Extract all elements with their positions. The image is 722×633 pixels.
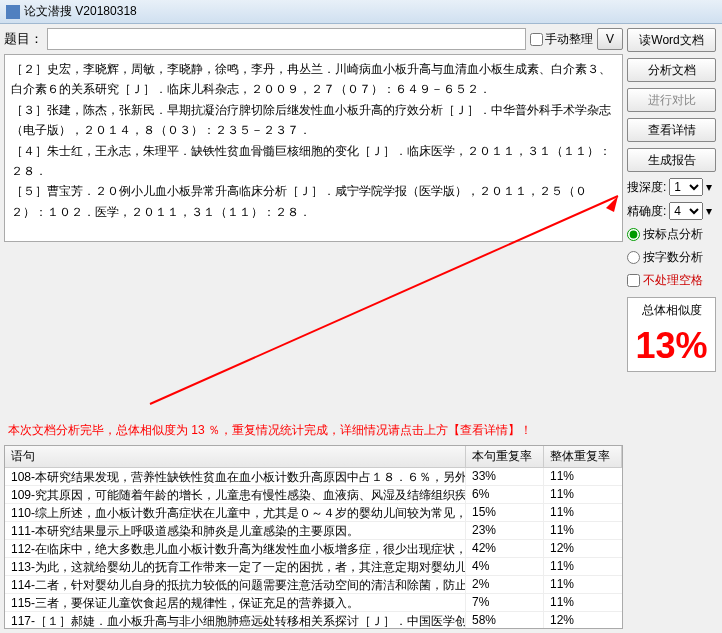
cell-overall-rate: 11% bbox=[544, 486, 622, 503]
cell-sentence: 110-综上所述，血小板计数升高症状在儿童中，尤其是０～４岁的婴幼儿间较为常见，… bbox=[5, 504, 466, 521]
ref-line: ［５］曹宝芳．２０例小儿血小板异常升高临床分析［Ｊ］．咸宁学院学报（医学版），２… bbox=[11, 181, 616, 222]
cell-overall-rate: 12% bbox=[544, 612, 622, 629]
cell-sentence-rate: 42% bbox=[466, 540, 544, 557]
table-row[interactable]: 113-为此，这就给婴幼儿的抚育工作带来一定了一定的困扰，者，其注意定期对婴幼儿… bbox=[5, 558, 622, 576]
table-row[interactable]: 109-究其原因，可能随着年龄的增长，儿童患有慢性感染、血液病、风湿及结缔组织疾… bbox=[5, 486, 622, 504]
similarity-title: 总体相似度 bbox=[632, 302, 711, 319]
cell-sentence-rate: 15% bbox=[466, 504, 544, 521]
cell-sentence: 108-本研究结果发现，营养性缺铁性贫血在血小板计数升高原因中占１８．６％，另外… bbox=[5, 468, 466, 485]
title-input[interactable] bbox=[47, 28, 526, 50]
cell-sentence-rate: 23% bbox=[466, 522, 544, 539]
ref-line: ［３］张建，陈杰，张新民．早期抗凝治疗脾切除后继发性血小板升高的疗效分析［Ｊ］．… bbox=[11, 100, 616, 141]
cell-sentence: 114-二者，针对婴幼儿自身的抵抗力较低的问题需要注意活动空间的清洁和除菌，防止… bbox=[5, 576, 466, 593]
cell-overall-rate: 12% bbox=[544, 540, 622, 557]
manual-checkbox[interactable]: 手动整理 bbox=[530, 31, 593, 48]
radio-words[interactable]: 按字数分析 bbox=[627, 249, 716, 266]
cell-overall-rate: 11% bbox=[544, 504, 622, 521]
depth-label: 搜深度: bbox=[627, 179, 666, 196]
ref-line: ［２］史宏，李晓辉，周敏，李晓静，徐鸣，李丹，冉丛兰．川崎病血小板升高与血清血小… bbox=[11, 59, 616, 100]
cell-sentence-rate: 7% bbox=[466, 594, 544, 611]
cell-overall-rate: 11% bbox=[544, 522, 622, 539]
status-message: 本次文档分析完毕，总体相似度为 13 ％，重复情况统计完成，详细情况请点击上方【… bbox=[4, 420, 623, 441]
similarity-box: 总体相似度 13% bbox=[627, 297, 716, 372]
dropdown-icon: ▾ bbox=[706, 204, 712, 218]
cell-overall-rate: 11% bbox=[544, 576, 622, 593]
cell-sentence-rate: 6% bbox=[466, 486, 544, 503]
chk-space[interactable]: 不处理空格 bbox=[627, 272, 716, 289]
cell-sentence: 109-究其原因，可能随着年龄的增长，儿童患有慢性感染、血液病、风湿及结缔组织疾… bbox=[5, 486, 466, 503]
report-button[interactable]: 生成报告 bbox=[627, 148, 716, 172]
references-box: ［２］史宏，李晓辉，周敏，李晓静，徐鸣，李丹，冉丛兰．川崎病血小板升高与血清血小… bbox=[4, 54, 623, 242]
radio-punct[interactable]: 按标点分析 bbox=[627, 226, 716, 243]
analyze-button[interactable]: 分析文档 bbox=[627, 58, 716, 82]
depth-select[interactable]: 1 bbox=[669, 178, 703, 196]
table-row[interactable]: 111-本研究结果显示上呼吸道感染和肺炎是儿童感染的主要原因。23%11% bbox=[5, 522, 622, 540]
read-word-button[interactable]: 读Word文档 bbox=[627, 28, 716, 52]
compare-button: 进行对比 bbox=[627, 88, 716, 112]
table-row[interactable]: 115-三者，要保证儿童饮食起居的规律性，保证充足的营养摄入。7%11% bbox=[5, 594, 622, 612]
table-row[interactable]: 114-二者，针对婴幼儿自身的抵抗力较低的问题需要注意活动空间的清洁和除菌，防止… bbox=[5, 576, 622, 594]
cell-sentence: 115-三者，要保证儿童饮食起居的规律性，保证充足的营养摄入。 bbox=[5, 594, 466, 611]
col-sentence-rate[interactable]: 本句重复率 bbox=[466, 446, 544, 467]
cell-overall-rate: 11% bbox=[544, 558, 622, 575]
accuracy-select[interactable]: 4 bbox=[669, 202, 703, 220]
cell-sentence-rate: 2% bbox=[466, 576, 544, 593]
cell-sentence-rate: 4% bbox=[466, 558, 544, 575]
cell-sentence-rate: 58% bbox=[466, 612, 544, 629]
ref-line: ［４］朱士红，王永志，朱理平．缺铁性贫血骨髓巨核细胞的变化［Ｊ］．临床医学，２０… bbox=[11, 141, 616, 182]
cell-sentence: 112-在临床中，绝大多数患儿血小板计数升高为继发性血小板增多症，很少出现症状，… bbox=[5, 540, 466, 557]
table-row[interactable]: 110-综上所述，血小板计数升高症状在儿童中，尤其是０～４岁的婴幼儿间较为常见，… bbox=[5, 504, 622, 522]
window-title: 论文潜搜 V20180318 bbox=[24, 3, 716, 20]
col-overall-rate[interactable]: 整体重复率 bbox=[544, 446, 622, 467]
cell-overall-rate: 11% bbox=[544, 468, 622, 485]
details-button[interactable]: 查看详情 bbox=[627, 118, 716, 142]
cell-sentence: 113-为此，这就给婴幼儿的抚育工作带来一定了一定的困扰，者，其注意定期对婴幼儿… bbox=[5, 558, 466, 575]
table-row[interactable]: 112-在临床中，绝大多数患儿血小板计数升高为继发性血小板增多症，很少出现症状，… bbox=[5, 540, 622, 558]
cell-overall-rate: 11% bbox=[544, 594, 622, 611]
v-button[interactable]: V bbox=[597, 28, 623, 50]
results-table: 语句 本句重复率 整体重复率 108-本研究结果发现，营养性缺铁性贫血在血小板计… bbox=[4, 445, 623, 629]
dropdown-icon: ▾ bbox=[706, 180, 712, 194]
cell-sentence: 117-［１］郝婕．血小板升高与非小细胞肺癌远处转移相关系探讨［Ｊ］．中国医学创… bbox=[5, 612, 466, 629]
app-icon bbox=[6, 5, 20, 19]
accuracy-label: 精确度: bbox=[627, 203, 666, 220]
similarity-value: 13% bbox=[632, 325, 711, 367]
table-row[interactable]: 117-［１］郝婕．血小板升高与非小细胞肺癌远处转移相关系探讨［Ｊ］．中国医学创… bbox=[5, 612, 622, 629]
table-row[interactable]: 108-本研究结果发现，营养性缺铁性贫血在血小板计数升高原因中占１８．６％，另外… bbox=[5, 468, 622, 486]
cell-sentence: 111-本研究结果显示上呼吸道感染和肺炎是儿童感染的主要原因。 bbox=[5, 522, 466, 539]
col-sentence[interactable]: 语句 bbox=[5, 446, 466, 467]
cell-sentence-rate: 33% bbox=[466, 468, 544, 485]
title-label: 题目： bbox=[4, 30, 43, 48]
